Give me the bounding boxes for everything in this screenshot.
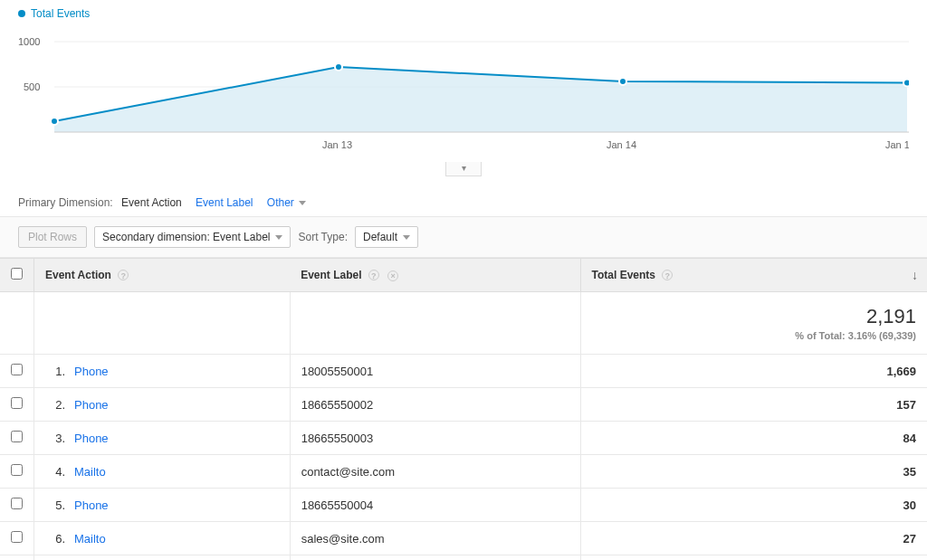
row-label-cell: 18665550002 [290, 388, 580, 422]
row-number: 3. [45, 432, 65, 445]
row-events-cell: 1,669 [580, 355, 927, 388]
legend-label: Total Events [31, 7, 90, 20]
row-action-link[interactable]: Phone [74, 432, 109, 445]
row-action-link[interactable]: Mailto [74, 465, 106, 479]
svg-point-3 [51, 118, 58, 125]
summary-total: 2,191 [592, 305, 916, 328]
row-checkbox-cell [0, 455, 34, 489]
sort-type-value: Default [363, 231, 397, 243]
row-checkbox-cell [0, 422, 34, 455]
primary-dimension-value: Event Action [121, 196, 182, 209]
controls-row: Plot Rows Secondary dimension: Event Lab… [0, 217, 927, 258]
y-tick-1000: 1000 [18, 36, 40, 47]
secondary-dimension-label: Secondary dimension: Event Label [102, 231, 270, 243]
row-action-link[interactable]: Phone [74, 365, 109, 378]
row-events-cell: 19 [580, 555, 927, 561]
table-row: 3.Phone1866555000384 [0, 422, 927, 455]
row-checkbox[interactable] [11, 531, 23, 543]
header-event-label[interactable]: Event Label ? × [290, 259, 580, 292]
row-action-cell: 5.Phone [34, 489, 291, 522]
plot-rows-button[interactable]: Plot Rows [18, 226, 87, 248]
svg-point-5 [619, 78, 626, 85]
header-total-events[interactable]: Total Events ? ↓ [580, 259, 927, 292]
chart-expand-button[interactable]: ▾ [445, 162, 482, 176]
dimension-event-label-link[interactable]: Event Label [196, 196, 253, 209]
chart-expander: ▾ [18, 160, 909, 176]
row-events-cell: 84 [580, 422, 927, 455]
summary-subtext: % of Total: 3.16% (69,339) [592, 330, 916, 341]
row-events-cell: 30 [580, 489, 927, 522]
help-icon[interactable]: ? [662, 270, 673, 280]
svg-point-4 [335, 63, 342, 71]
secondary-dimension-select[interactable]: Secondary dimension: Event Label [94, 226, 291, 248]
row-checkbox[interactable] [11, 464, 23, 476]
row-number: 6. [45, 532, 65, 546]
row-checkbox-cell [0, 489, 34, 522]
svg-point-6 [903, 80, 909, 87]
row-action-link[interactable]: Phone [74, 498, 109, 512]
line-chart: 1000 500 Jan 13 Jan 14 Jan 15 [18, 24, 909, 159]
row-number: 5. [45, 498, 65, 512]
x-tick-jan14: Jan 14 [607, 139, 636, 150]
row-checkbox[interactable] [11, 364, 23, 375]
caret-down-icon [275, 235, 282, 240]
row-checkbox[interactable] [11, 431, 23, 442]
header-event-action[interactable]: Event Action ? [34, 259, 291, 292]
row-number: 1. [45, 365, 65, 378]
row-label-cell: 18665550004 [290, 489, 580, 522]
row-events-cell: 27 [580, 522, 927, 555]
caret-down-icon [403, 235, 410, 240]
y-tick-500: 500 [24, 81, 40, 92]
row-action-cell: 6.Mailto [34, 522, 291, 555]
help-icon[interactable]: ? [368, 270, 379, 280]
row-number: 4. [45, 465, 65, 479]
legend-dot-icon [18, 10, 25, 17]
select-all-checkbox[interactable] [11, 268, 23, 280]
row-action-cell: 7.Phone [34, 555, 291, 561]
x-tick-jan15: Jan 15 [885, 139, 909, 150]
table-row: 4.Mailtocontact@site.com35 [0, 455, 927, 489]
row-action-cell: 4.Mailto [34, 455, 291, 489]
sort-arrow-down-icon: ↓ [912, 268, 918, 282]
row-checkbox[interactable] [11, 397, 23, 409]
header-checkbox-cell [0, 259, 34, 292]
table-row: 7.Phone1800555000519 [0, 555, 927, 561]
row-label-cell: 18005550001 [290, 355, 580, 388]
chart-container: 1000 500 Jan 13 Jan 14 Jan 15 ▾ [0, 24, 927, 185]
row-label-cell: 18665550003 [290, 422, 580, 455]
primary-dimension-label: Primary Dimension: [18, 196, 113, 209]
row-action-link[interactable]: Phone [74, 398, 109, 412]
table-row: 1.Phone180055500011,669 [0, 355, 927, 388]
row-label-cell: 18005550005 [290, 555, 580, 561]
row-action-cell: 2.Phone [34, 388, 291, 422]
chart-legend: Total Events [0, 0, 927, 24]
row-action-cell: 1.Phone [34, 355, 291, 388]
row-label-cell: sales@site.com [290, 522, 580, 555]
row-action-link[interactable]: Mailto [74, 532, 106, 546]
x-tick-jan13: Jan 13 [322, 139, 352, 150]
row-action-cell: 3.Phone [34, 422, 291, 455]
row-events-cell: 157 [580, 388, 927, 422]
table-row: 2.Phone18665550002157 [0, 388, 927, 422]
sort-type-select[interactable]: Default [355, 226, 418, 248]
table-row: 6.Mailtosales@site.com27 [0, 522, 927, 555]
help-icon[interactable]: ? [118, 270, 129, 280]
summary-row: 2,191 % of Total: 3.16% (69,339) [0, 292, 927, 355]
row-number: 2. [45, 398, 65, 412]
row-checkbox-cell [0, 355, 34, 388]
sort-type-label: Sort Type: [298, 231, 347, 243]
row-checkbox-cell [0, 522, 34, 555]
events-table: Event Action ? Event Label ? × Total Eve… [0, 258, 927, 560]
row-events-cell: 35 [580, 455, 927, 489]
row-label-cell: contact@site.com [290, 455, 580, 489]
dimension-row: Primary Dimension: Event Action Event La… [0, 185, 927, 217]
table-row: 5.Phone1866555000430 [0, 489, 927, 522]
row-checkbox[interactable] [11, 498, 23, 509]
caret-down-icon [299, 201, 306, 205]
remove-column-icon[interactable]: × [387, 271, 398, 281]
row-checkbox-cell [0, 555, 34, 561]
dimension-other-link[interactable]: Other [267, 196, 306, 209]
row-checkbox-cell [0, 388, 34, 422]
